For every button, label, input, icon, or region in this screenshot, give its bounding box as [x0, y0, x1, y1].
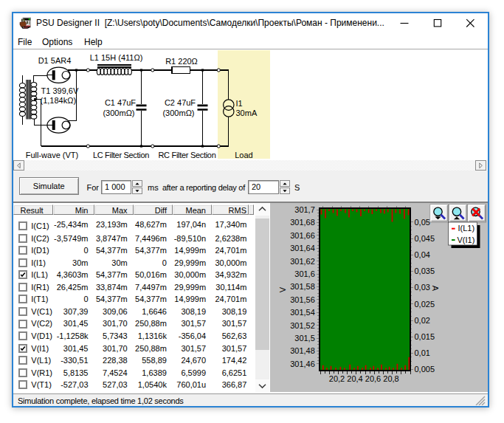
svg-text:301,56: 301,56: [290, 295, 315, 303]
svg-text:301,6: 301,6: [294, 269, 315, 278]
svg-text:(300mΩ): (300mΩ): [162, 108, 194, 117]
svg-text:Full-wave (VT): Full-wave (VT): [25, 151, 78, 159]
svg-text:0,03: 0,03: [415, 283, 430, 292]
svg-text:301,66: 301,66: [290, 230, 315, 239]
svg-text:301,58: 301,58: [290, 282, 315, 291]
svg-text:L1 15H (411Ω): L1 15H (411Ω): [89, 52, 142, 61]
svg-text:0,01: 0,01: [415, 348, 430, 357]
svg-text:C2 47uF: C2 47uF: [164, 98, 195, 107]
svg-text:301,5: 301,5: [294, 333, 315, 342]
svg-text:V(I1): V(I1): [458, 235, 475, 244]
svg-text:301,68: 301,68: [290, 218, 315, 227]
svg-text:Load: Load: [235, 151, 252, 159]
svg-text:D1 5AR4: D1 5AR4: [38, 55, 71, 64]
svg-text:(1,184kΩ): (1,184kΩ): [40, 96, 76, 105]
svg-text:301,46: 301,46: [290, 359, 315, 368]
svg-text:20,4: 20,4: [347, 374, 362, 382]
svg-text:(300mΩ): (300mΩ): [103, 108, 134, 117]
svg-text:A: A: [431, 285, 440, 291]
svg-text:V: V: [278, 286, 287, 292]
svg-text:301,52: 301,52: [290, 320, 315, 329]
svg-text:0,05: 0,05: [415, 217, 430, 226]
svg-text:0,02: 0,02: [415, 315, 430, 324]
svg-text:R1 220Ω: R1 220Ω: [165, 57, 198, 66]
svg-text:30mA: 30mA: [235, 109, 257, 117]
svg-text:20,2: 20,2: [329, 374, 345, 382]
svg-text:0,035: 0,035: [415, 266, 435, 275]
svg-text:LC Filter Section: LC Filter Section: [92, 151, 148, 159]
svg-text:301,62: 301,62: [290, 256, 315, 265]
svg-text:I1: I1: [235, 98, 242, 107]
svg-text:RC Filter Section: RC Filter Section: [158, 151, 215, 159]
svg-text:0,025: 0,025: [415, 299, 435, 308]
svg-text:301,48: 301,48: [290, 346, 315, 355]
svg-text:20,8: 20,8: [383, 374, 398, 382]
svg-text:301,7: 301,7: [294, 204, 315, 213]
svg-text:0,005: 0,005: [415, 365, 435, 374]
svg-text:0,04: 0,04: [415, 250, 430, 259]
svg-text:0,045: 0,045: [415, 233, 435, 242]
svg-text:T1 399,6V: T1 399,6V: [41, 86, 78, 94]
svg-text:301,54: 301,54: [290, 308, 315, 317]
svg-text:0,015: 0,015: [415, 332, 435, 341]
svg-text:C1 47uF: C1 47uF: [104, 98, 135, 107]
svg-text:301,64: 301,64: [290, 244, 315, 252]
svg-text:I(L1): I(L1): [458, 224, 475, 233]
svg-text:20,6: 20,6: [365, 374, 381, 382]
